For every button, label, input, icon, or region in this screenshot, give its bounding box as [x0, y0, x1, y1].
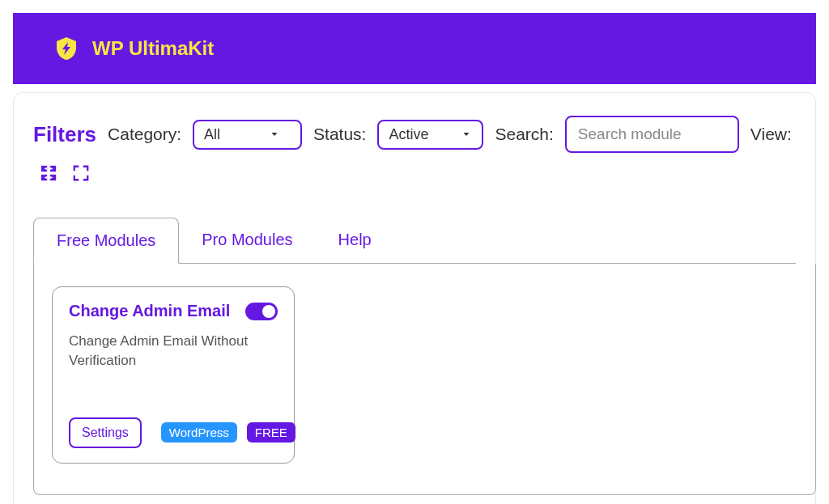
- module-card: Change Admin Email Change Admin Email Wi…: [52, 286, 295, 464]
- category-value: All: [204, 126, 220, 143]
- brand-name: WP UltimaKit: [92, 37, 214, 60]
- search-input[interactable]: [565, 116, 739, 153]
- status-label: Status:: [313, 125, 366, 144]
- module-toggle[interactable]: [245, 303, 278, 320]
- compact-view-icon[interactable]: [40, 164, 57, 182]
- brand-logo-icon: [53, 36, 79, 61]
- tab-free-modules[interactable]: Free Modules: [33, 218, 179, 264]
- main-panel: Filters Category: All Status: Active Sea…: [13, 92, 816, 504]
- module-footer: Settings WordPress FREE: [69, 417, 278, 448]
- badge-free: FREE: [247, 422, 295, 443]
- expand-view-icon[interactable]: [72, 164, 90, 182]
- filters-title: Filters: [33, 122, 96, 147]
- tabs: Free Modules Pro Modules Help: [33, 218, 796, 264]
- filters-row: Filters Category: All Status: Active Sea…: [33, 116, 796, 182]
- settings-button[interactable]: Settings: [69, 417, 142, 448]
- chevron-down-icon: [461, 129, 472, 140]
- search-label: Search:: [495, 125, 553, 144]
- badge-wordpress: WordPress: [161, 422, 237, 443]
- status-value: Active: [389, 126, 428, 143]
- tab-help[interactable]: Help: [316, 218, 394, 263]
- category-label: Category:: [108, 125, 181, 144]
- module-head: Change Admin Email: [69, 302, 278, 320]
- app-header: WP UltimaKit: [13, 13, 816, 84]
- chevron-down-icon: [269, 129, 280, 140]
- view-label: View:: [750, 125, 792, 144]
- tab-pro-modules[interactable]: Pro Modules: [179, 218, 315, 263]
- module-description: Change Admin Email Without Verification: [69, 332, 278, 371]
- status-select[interactable]: Active: [377, 120, 483, 150]
- modules-content: Change Admin Email Change Admin Email Wi…: [33, 264, 816, 495]
- view-icons: [40, 164, 90, 182]
- category-select[interactable]: All: [193, 120, 302, 150]
- module-title: Change Admin Email: [69, 302, 230, 320]
